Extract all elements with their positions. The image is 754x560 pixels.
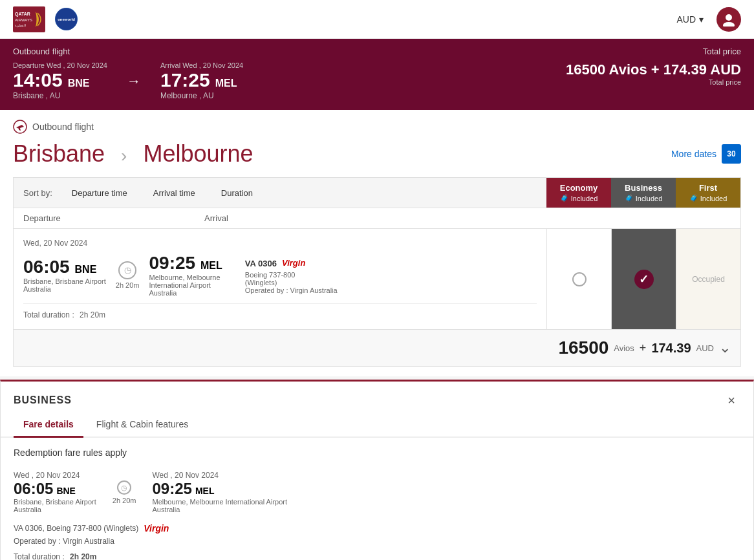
sort-departure-time[interactable]: Departure time	[65, 185, 134, 201]
panel-dep-date: Wed , 20 Nov 2024	[14, 471, 96, 480]
more-dates-button[interactable]: More dates 30	[671, 144, 741, 164]
svg-text:oneworld: oneworld	[58, 17, 75, 21]
panel-total-dur-label: Total duration :	[14, 552, 65, 560]
economy-label: Economy	[550, 183, 608, 193]
flight-duration: 2h 20m	[116, 281, 140, 289]
fare-details-panel: BUSINESS × Fare details Flight & Cabin f…	[0, 380, 754, 560]
first-fare-cell: Occupied	[676, 229, 740, 329]
route-arrow-icon: →	[127, 73, 141, 90]
calendar-icon: 30	[722, 144, 741, 164]
departure-column-header: Departure	[14, 208, 195, 228]
redemption-notice: Redemption fare rules apply	[1, 438, 753, 468]
panel-total-dur-value: 2h 20m	[70, 552, 96, 560]
flight-arr-code: MEL	[200, 260, 222, 271]
panel-dep-city: Brisbane, Brisbane Airport	[14, 498, 96, 506]
sort-duration[interactable]: Duration	[215, 185, 259, 201]
fare-col-spacer	[546, 208, 740, 228]
arrival-iata: MEL	[215, 78, 237, 89]
user-avatar-button[interactable]	[716, 7, 741, 32]
price-plus: +	[640, 341, 647, 355]
panel-arr-city: Melbourne, Melbourne International Airpo…	[153, 498, 288, 506]
flight-arr-country: Australia	[149, 289, 222, 297]
flight-dep-code: BNE	[75, 264, 97, 275]
outbound-label: Outbound flight	[32, 122, 94, 132]
arrival-city: Melbourne , AU	[160, 91, 243, 100]
route-cities: Brisbane › Melbourne	[13, 140, 253, 167]
aircraft-winglets: (Winglets)	[245, 279, 338, 286]
panel-aircraft-row: VA 0306, Boeing 737-800 (Winglets) Virgi…	[1, 520, 753, 537]
flight-date: Wed, 20 Nov 2024	[23, 239, 537, 248]
route-title-row: Brisbane › Melbourne More dates 30	[13, 140, 741, 167]
svg-text:AIRWAYS: AIRWAYS	[15, 18, 32, 22]
currency-label: AUD	[676, 14, 696, 25]
panel-virgin-logo-icon: Virgin	[144, 523, 169, 533]
oneworld-sphere-icon: oneworld	[55, 8, 78, 30]
panel-arr-country: Australia	[153, 506, 288, 513]
first-label-col: First	[679, 183, 737, 193]
business-selected-check[interactable]: ✓	[634, 270, 654, 289]
arrival-date-label: Arrival Wed , 20 Nov 2024	[160, 61, 243, 69]
panel-operated-by: Operated by : Virgin Australia	[1, 537, 753, 549]
arrival-column-header: Arrival	[195, 208, 546, 228]
price-expand-icon[interactable]: ⌄	[719, 339, 731, 356]
flight-dep-city: Brisbane, Brisbane Airport	[23, 277, 106, 285]
business-label-col: Business	[614, 183, 673, 193]
header-right: AUD ▾	[676, 7, 741, 32]
departure-time: 14:05	[13, 69, 63, 91]
currency-selector[interactable]: AUD ▾	[676, 14, 704, 25]
more-dates-label: More dates	[671, 149, 716, 159]
business-column-header: Business 🧳 Included	[611, 178, 676, 208]
route-arrow: ›	[121, 145, 127, 166]
flight-arr-time: 09:25	[149, 253, 196, 273]
economy-radio-button[interactable]	[572, 272, 587, 286]
sort-arrival-time[interactable]: Arrival time	[147, 185, 202, 201]
business-bag-icon: 🧳	[625, 194, 634, 202]
panel-duration: 2h 20m	[113, 497, 136, 504]
panel-dep-time: 06:05	[14, 480, 53, 498]
virgin-australia-logo: Virgin	[282, 255, 308, 268]
price-row: 16500 Avios + 174.39 AUD ⌄	[13, 330, 741, 367]
duration-circle-icon: ◷	[118, 261, 136, 279]
page-header: QATAR AIRWAYS القطرية oneworld AUD ▾	[0, 0, 754, 39]
panel-dep-code: BNE	[56, 486, 76, 496]
currency-dropdown-icon: ▾	[699, 14, 704, 25]
first-column-header: First 🧳 Included	[676, 178, 740, 208]
to-city: Melbourne	[143, 140, 253, 167]
flight-number: VA 0306	[245, 259, 277, 268]
panel-duration-block: ◷ 2h 20m	[113, 480, 136, 504]
departure-summary: Departure Wed , 20 Nov 2024 14:05 BNE Br…	[13, 61, 107, 100]
flight-arr-city2: International Airport	[149, 281, 222, 289]
panel-dep-country: Australia	[14, 506, 96, 513]
fare-details-tab[interactable]: Fare details	[14, 413, 83, 438]
close-panel-button[interactable]: ×	[722, 391, 740, 409]
svg-text:القطرية: القطرية	[15, 23, 26, 28]
flight-arrival: 09:25 MEL Melbourne, Melbourne Internati…	[149, 253, 222, 297]
user-icon	[722, 12, 736, 27]
total-duration-value: 2h 20m	[80, 310, 105, 319]
flight-cabin-tab[interactable]: Flight & Cabin features	[83, 413, 201, 436]
check-icon: ✓	[639, 272, 649, 286]
panel-arr-date: Wed , 20 Nov 2024	[153, 471, 288, 480]
bar-price-section: 16500 Avios + 174.39 AUD Total price	[566, 61, 741, 86]
economy-included: 🧳 Included	[550, 194, 608, 202]
flight-dep-country: Australia	[23, 285, 106, 293]
departure-city: Brisbane , AU	[13, 91, 107, 100]
flight-departure: 06:05 BNE Brisbane, Brisbane Airport Aus…	[23, 257, 106, 293]
svg-text:QATAR: QATAR	[15, 12, 30, 17]
sort-by-label: Sort by:	[23, 188, 52, 198]
header-left: QATAR AIRWAYS القطرية oneworld	[13, 6, 78, 32]
plane-icon	[13, 120, 27, 134]
flight-info-section: Wed, 20 Nov 2024 06:05 BNE Brisbane, Bri…	[14, 229, 546, 329]
flight-dep-time: 06:05	[23, 257, 70, 277]
panel-duration-circle-icon: ◷	[117, 480, 131, 495]
business-included: 🧳 Included	[614, 194, 673, 202]
total-price-bar-label: Total price	[703, 47, 741, 56]
departure-date-label: Departure Wed , 20 Nov 2024	[13, 61, 107, 69]
qatar-logo: QATAR AIRWAYS القطرية	[13, 6, 45, 32]
economy-fare-cell[interactable]	[546, 229, 611, 329]
departure-iata: BNE	[68, 78, 90, 89]
arrival-time: 17:25	[160, 69, 210, 91]
business-fare-cell[interactable]: ✓	[611, 229, 676, 329]
qatar-emblem-icon: QATAR AIRWAYS القطرية	[13, 6, 45, 32]
sort-section: Sort by: Departure time Arrival time Dur…	[14, 178, 546, 208]
